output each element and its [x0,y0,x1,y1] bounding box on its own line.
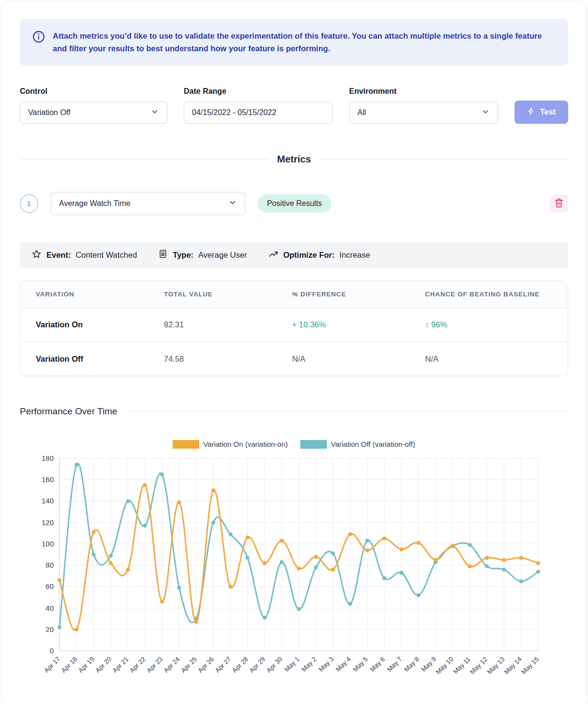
x-axis-tick-label: Apr 23 [146,655,164,674]
difference-value: N/A [292,354,425,364]
metrics-section-divider: Metrics [20,154,568,165]
data-point [485,564,489,568]
controls-row: Control Variation Off Date Range 04/15/2… [20,87,568,124]
date-range-value: 04/15/2022 - 05/15/2022 [192,108,276,117]
data-point [58,625,61,629]
chance-value: ↑ 96% [425,320,552,329]
experiment-results-page: Attach metrics you’d like to use to vali… [1,1,587,704]
divider-line [320,159,568,160]
optimize-detail: Optimize For: Increase [268,249,370,261]
data-point [331,568,335,572]
chevron-down-icon [150,107,159,118]
metric-detail-bar: Event: Content Watched Type: Average Use… [20,242,568,268]
variation-name: Variation Off [36,354,164,364]
data-point [297,567,301,571]
data-point [485,556,489,559]
optimize-value: Increase [339,250,370,260]
data-point [92,553,96,557]
x-axis-tick-label: Apr 18 [60,655,79,674]
data-point [331,552,335,556]
data-point [519,579,523,583]
date-range-field: Date Range 04/15/2022 - 05/15/2022 [184,87,333,124]
x-axis-tick-label: Apr 22 [128,655,147,674]
data-point [229,532,233,536]
x-axis-tick-label: May 13 [485,655,506,675]
star-icon [31,249,42,261]
data-point [143,483,147,487]
control-select-value: Variation Off [28,108,70,117]
data-point [519,556,523,559]
data-point [263,561,266,565]
y-axis-tick-label: 20 [45,625,54,633]
data-point [246,556,250,559]
x-axis-tick-label: Apr 17 [43,655,61,674]
data-point [92,530,96,534]
event-label: Event: [46,250,71,260]
control-label: Control [20,87,167,96]
table-row: Variation Off 74.58 N/A N/A [20,342,568,376]
x-axis-tick-label: Apr 24 [162,655,181,674]
type-detail: Type: Average User [158,249,247,261]
data-point [382,537,386,541]
environment-select[interactable]: All [349,102,498,124]
lightning-icon [527,107,535,117]
data-point [280,539,284,543]
positive-results-badge: Positive Results [258,194,331,213]
test-button[interactable]: Test [514,101,568,124]
data-point [468,564,472,568]
data-point [297,607,301,611]
metric-row: 1 Average Watch Time Positive Results [20,192,568,215]
control-select[interactable]: Variation Off [20,102,167,124]
x-axis-tick-label: May 14 [503,655,523,675]
data-point [194,620,198,624]
data-point [109,561,113,565]
performance-section-header: Performance Over Time [20,406,568,417]
column-header-variation: VARIATION [36,291,164,298]
calculator-icon [158,249,168,261]
divider-line [20,159,268,160]
x-axis-tick-label: May 1 [283,655,301,673]
date-range-input[interactable]: 04/15/2022 - 05/15/2022 [184,102,333,124]
x-axis-tick-label: May 15 [520,655,540,675]
difference-value: + 10.36% [292,320,425,329]
y-axis-tick-label: 140 [42,497,54,505]
data-point [417,541,421,544]
legend-label-variation-on: Variation On (variation-on) [203,440,288,448]
delete-metric-button[interactable] [550,194,568,213]
data-point [468,543,472,547]
data-point [126,568,130,572]
environment-field: Environment All [349,87,498,124]
legend-item-variation-off[interactable]: Variation Off (variation-off) [300,440,415,449]
data-point [348,532,352,536]
y-axis-tick-label: 180 [42,454,54,462]
performance-over-time-chart: 020406080100120140160180Apr 17Apr 18Apr … [20,452,571,693]
event-value: Content Watched [75,250,137,260]
column-header-difference: % DIFFERENCE [292,291,425,298]
x-axis-tick-label: Apr 25 [179,655,198,674]
performance-title: Performance Over Time [20,406,118,417]
date-range-label: Date Range [184,87,333,96]
metric-select-value: Average Watch Time [59,199,131,208]
legend-item-variation-on[interactable]: Variation On (variation-on) [173,440,288,449]
type-label: Type: [173,250,193,260]
total-value: 74.58 [164,354,292,364]
data-point [417,593,421,597]
info-banner-text: Attach metrics you’d like to use to vali… [53,29,556,55]
y-axis-tick-label: 100 [42,540,54,548]
table-row: Variation On 82.31 + 10.36% ↑ 96% [20,308,568,342]
x-axis-tick-label: May 11 [452,655,471,675]
metric-index-badge: 1 [20,194,38,213]
chart-legend: Variation On (variation-on) Variation Of… [20,440,568,449]
x-axis-tick-label: Apr 20 [94,655,113,674]
data-point [451,544,455,548]
data-point [58,578,61,582]
data-point [348,601,352,605]
metric-select[interactable]: Average Watch Time [51,192,245,215]
results-table: VARIATION TOTAL VALUE % DIFFERENCE CHANC… [20,280,568,376]
x-axis-tick-label: Apr 26 [197,655,216,674]
x-axis-tick-label: Apr 29 [248,655,267,674]
event-detail: Event: Content Watched [31,249,137,261]
chevron-down-icon [481,107,490,118]
info-banner: Attach metrics you’d like to use to vali… [20,19,568,66]
y-axis-tick-label: 80 [45,561,54,569]
